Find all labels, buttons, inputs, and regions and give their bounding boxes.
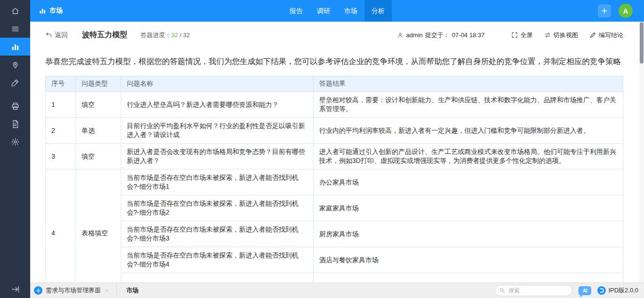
table-row [46, 273, 623, 283]
switch-view-label: 切换视图 [553, 31, 578, 40]
switch-view-button[interactable]: 切换视图 [544, 31, 578, 40]
sidebar-item-menu[interactable] [0, 20, 30, 38]
sidebar-item-home[interactable] [0, 2, 30, 20]
table-cell: 行业内的平均利润率较高，新进入者有一定兴趣，但进入门槛和竞争可能限制部分新进入者… [314, 118, 623, 144]
back-button[interactable]: 返回 [45, 31, 68, 40]
scrollbar-track [639, 22, 644, 282]
progress-label: 答题进度： [140, 32, 171, 39]
result-intro-text: 恭喜您完成波特五力模型，根据您的答题情况，我们为您生成如下结果，您可以参考评估企… [45, 55, 623, 68]
progress-indicator: 答题进度：32 / 32 [140, 31, 190, 40]
table-cell: 表格填空 [76, 169, 121, 283]
table-cell: 壁垒相对较高，需要：设计和创新能力、生产和供应链、技术和数字化能力、品牌和市场推… [314, 92, 623, 118]
bottom-tab-market[interactable]: 市场 [126, 286, 139, 295]
location-pin-icon [11, 60, 20, 69]
version-label: IPD版2.0.0 [608, 286, 638, 295]
submit-info: admin 提交于： 07-04 18:37 [397, 31, 485, 40]
table-cell: 1 [46, 92, 76, 118]
table-cell: 3 [46, 144, 76, 169]
nav-item-research[interactable]: 调研 [310, 0, 337, 22]
main-content: 恭喜您完成波特五力模型，根据您的答题情况，我们为您生成如下结果，您可以参考评估企… [30, 48, 644, 282]
page-title: 波特五力模型 [82, 30, 127, 40]
add-button[interactable] [598, 4, 611, 17]
ipd-logo-icon [597, 286, 606, 295]
page-toolbar: 返回 波特五力模型 答题进度：32 / 32 admin 提交于： 07-04 … [30, 22, 644, 48]
fullscreen-label: 全屏 [520, 31, 533, 40]
table-row: 当前市场是否存在空白市场未被探索，新进入者能否找到机会?-细分市场3厨房家具市场 [46, 221, 623, 247]
nav-item-analysis[interactable]: 分析 [364, 0, 392, 22]
home-icon [11, 7, 20, 16]
app-switcher[interactable]: 需求与市场管理界面 [30, 283, 117, 298]
write-conclusion-label: 编写结论 [599, 31, 623, 40]
sidebar-item-print[interactable] [0, 97, 30, 115]
sidebar-item-document[interactable] [0, 115, 30, 133]
progress-total: / 32 [178, 32, 190, 39]
results-table: 序号 问题类型 问题名称 答题结果 1填空行业进入壁垒高吗？新进入者需要哪些资源… [45, 76, 623, 282]
sidebar-item-settings[interactable] [0, 133, 30, 151]
table-cell: 当前市场是否存在空白市场未被探索，新进入者能否找到机会?-细分市场3 [121, 221, 314, 247]
scrollbar-thumb[interactable] [640, 22, 644, 64]
search-box [495, 285, 572, 296]
table-row: 当前市场是否存在空白市场未被探索，新进入者能否找到机会?-细分市场4酒店与餐饮家… [46, 247, 623, 273]
app-brand: 市场 [30, 7, 63, 15]
fullscreen-button[interactable]: 全屏 [511, 31, 533, 40]
collapse-arrow-icon [11, 285, 20, 294]
switch-view-icon [544, 32, 551, 39]
submit-user: admin [406, 32, 422, 39]
printer-icon [11, 102, 20, 111]
topbar: 市场 报告 调研 市场 分析 A [30, 0, 644, 22]
pencil-icon [589, 32, 596, 39]
table-cell: 厨房家具市场 [314, 221, 623, 247]
table-cell: 新进入者是否会改变现有的市场格局和竞争态势？目前有哪些新进入者？ [121, 144, 314, 169]
user-icon [397, 32, 404, 39]
brand-chart-icon [39, 7, 46, 15]
avatar[interactable]: A [619, 4, 633, 18]
header-question-type: 问题类型 [76, 76, 121, 92]
gear-icon [11, 137, 20, 146]
chevron-up-icon [104, 288, 110, 293]
fullscreen-icon [511, 32, 518, 39]
toolbar-right: admin 提交于： 07-04 18:37 全屏 切换视图 编写结论 [397, 31, 623, 40]
table-cell: 当前市场是否存在空白市场未被探索，新进入者能否找到机会?-细分市场1 [121, 169, 314, 195]
plus-icon [601, 7, 608, 15]
table-cell: 填空 [76, 92, 121, 118]
ai-assistant-icon[interactable]: AI [578, 286, 591, 295]
top-nav: 报告 调研 市场 分析 [282, 0, 392, 22]
table-row: 4表格填空当前市场是否存在空白市场未被探索，新进入者能否找到机会?-细分市场1办… [46, 169, 623, 195]
gear-icon [36, 288, 41, 293]
back-label: 返回 [55, 31, 68, 40]
table-cell: 行业进入壁垒高吗？新进入者需要哪些资源和能力？ [121, 92, 314, 118]
sidebar [0, 0, 30, 298]
header-answer-result: 答题结果 [314, 76, 623, 92]
submitted-time: 07-04 18:37 [452, 32, 485, 39]
table-cell: 当前市场是否存在空白市场未被探索，新进入者能否找到机会?-细分市场2 [121, 195, 314, 221]
app-title: 市场 [50, 7, 63, 15]
table-cell: 进入者可能通过引入创新的产品设计、生产工艺或商业模式来改变市场格局。他们可能专注… [314, 144, 623, 169]
table-row: 3填空新进入者是否会改变现有的市场格局和竞争态势？目前有哪些新进入者？进入者可能… [46, 144, 623, 169]
table-cell: 4 [46, 169, 76, 283]
search-input[interactable] [495, 285, 572, 296]
nav-item-report[interactable]: 报告 [282, 0, 310, 22]
sidebar-item-design[interactable] [0, 73, 30, 91]
document-icon [11, 120, 20, 129]
submitted-label: 提交于： [425, 31, 450, 40]
table-cell: 2 [46, 118, 76, 144]
search-icon [499, 287, 505, 294]
nav-item-market[interactable]: 市场 [337, 0, 364, 22]
table-cell: 填空 [76, 144, 121, 169]
write-conclusion-button[interactable]: 编写结论 [589, 31, 623, 40]
top-actions: A [598, 4, 644, 18]
sidebar-collapse-button[interactable] [0, 280, 30, 298]
results-table-body: 1填空行业进入壁垒高吗？新进入者需要哪些资源和能力？壁垒相对较高，需要：设计和创… [46, 92, 623, 283]
sidebar-item-analysis[interactable] [0, 38, 30, 56]
table-row: 1填空行业进入壁垒高吗？新进入者需要哪些资源和能力？壁垒相对较高，需要：设计和创… [46, 92, 623, 118]
bottombar: 需求与市场管理界面 市场 AI IPD版2.0.0 [30, 282, 644, 298]
back-arrow-icon [45, 32, 52, 39]
pen-tool-icon [11, 78, 20, 87]
table-cell: 单选 [76, 118, 121, 144]
sidebar-item-location[interactable] [0, 56, 30, 73]
table-cell [314, 273, 623, 283]
header-question-name: 问题名称 [121, 76, 314, 92]
table-header-row: 序号 问题类型 问题名称 答题结果 [46, 76, 623, 92]
header-no: 序号 [46, 76, 76, 92]
table-cell: 家庭家具市场 [314, 195, 623, 221]
